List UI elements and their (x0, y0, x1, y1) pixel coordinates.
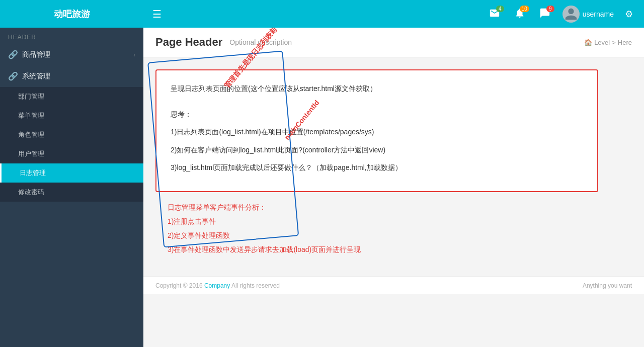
content-line5: 3)log_list.html页面加载完成以后还要做什么？（加载page.htm… (171, 161, 583, 174)
breadcrumb-home-icon: 🏠 (584, 39, 592, 46)
red-annotation-block: 日志管理菜单客户端事件分析： 1)注册点击事件 2)定义事件处理函数 3)在事件… (155, 192, 632, 265)
mail-icon-wrap[interactable]: 4 (484, 5, 505, 23)
breadcrumb-current: Here (618, 39, 632, 46)
main-content: 呈现日志列表页面的位置(这个位置应该从starter.html源文件获取） 思考… (143, 57, 644, 277)
content-line4: 2)如何在客户端访问到log_list.html此页面?(controller方… (171, 144, 583, 156)
footer-left: Copyright © 2016 Company All rights rese… (155, 282, 280, 289)
avatar (562, 6, 580, 23)
settings-icon[interactable]: ⚙ (621, 9, 637, 20)
menu-toggle-button[interactable]: ☰ (143, 8, 171, 20)
comment-icon-wrap[interactable]: 9 (534, 5, 555, 23)
red-line1: 日志管理菜单客户端事件分析： (168, 200, 620, 214)
content-line2: 思考： (171, 108, 583, 121)
content-line1: 呈现日志列表页面的位置(这个位置应该从starter.html源文件获取） (171, 82, 583, 95)
red-line2: 1)注册点击事件 (168, 214, 620, 228)
sidebar-item-role[interactable]: 角色管理 (0, 125, 143, 144)
sidebar-item-system[interactable]: 🔗 系统管理 (0, 65, 143, 87)
breadcrumb: 🏠 Level > Here (584, 39, 632, 46)
chevron-goods: ‹ (133, 51, 135, 58)
sidebar-section-header: HEADER (0, 28, 143, 44)
navbar: 动吧旅游 ☰ 4 10 9 username (0, 0, 644, 28)
user-menu[interactable]: username (559, 6, 617, 23)
breadcrumb-sep: > (612, 39, 616, 46)
mail-badge: 4 (496, 6, 504, 12)
sidebar-item-pwd[interactable]: 修改密码 (0, 183, 143, 202)
main-area: 管理首先是现日志列表前 mainContentId 呈现日志列表页面的位置(这个… (143, 57, 644, 277)
sidebar-sub-system: 部门管理 菜单管理 角色管理 用户管理 日志管理 修改密码 (0, 87, 143, 202)
content-line3: 1)日志列表页面(log_list.html)在项目中位置(/templates… (171, 126, 583, 138)
comment-badge: 9 (546, 6, 554, 12)
breadcrumb-level: Level (594, 39, 610, 46)
footer-right: Anything you want (583, 282, 632, 289)
sidebar-label-goods: 商品管理 (22, 50, 50, 59)
brand-title: 动吧旅游 (0, 8, 143, 20)
bell-badge: 10 (520, 6, 529, 12)
sidebar-item-menu[interactable]: 菜单管理 (0, 106, 143, 125)
page-header-bar: Page Header Optional description 🏠 Level… (143, 28, 644, 57)
navbar-right: 4 10 9 username ⚙ (484, 5, 644, 23)
goods-icon: 🔗 (8, 50, 18, 59)
sidebar-item-user[interactable]: 用户管理 (0, 144, 143, 163)
system-icon: 🔗 (8, 71, 18, 81)
sidebar-item-log[interactable]: 日志管理 (0, 163, 143, 183)
username-label: username (583, 10, 614, 18)
sidebar: HEADER 🔗 商品管理 ‹ 🔗 系统管理 部门管理 菜单管理 角色管理 用户… (0, 28, 143, 347)
bell-icon-wrap[interactable]: 10 (509, 5, 530, 23)
sidebar-item-dept[interactable]: 部门管理 (0, 87, 143, 106)
sidebar-label-system: 系统管理 (22, 72, 50, 81)
sidebar-item-goods[interactable]: 🔗 商品管理 ‹ (0, 44, 143, 65)
footer-bar: Copyright © 2016 Company All rights rese… (143, 277, 644, 294)
red-line4: 3)在事件处理函数中发送异步请求去加载(load)页面并进行呈现 (168, 242, 620, 256)
red-line3: 2)定义事件处理函数 (168, 228, 620, 242)
page-title: Page Header (155, 36, 222, 49)
main-wrapper: Page Header Optional description 🏠 Level… (143, 28, 644, 347)
footer-company-link[interactable]: Company (204, 282, 230, 289)
content-main-box: 呈现日志列表页面的位置(这个位置应该从starter.html源文件获取） 思考… (155, 69, 598, 192)
page-description: Optional description (229, 38, 292, 46)
